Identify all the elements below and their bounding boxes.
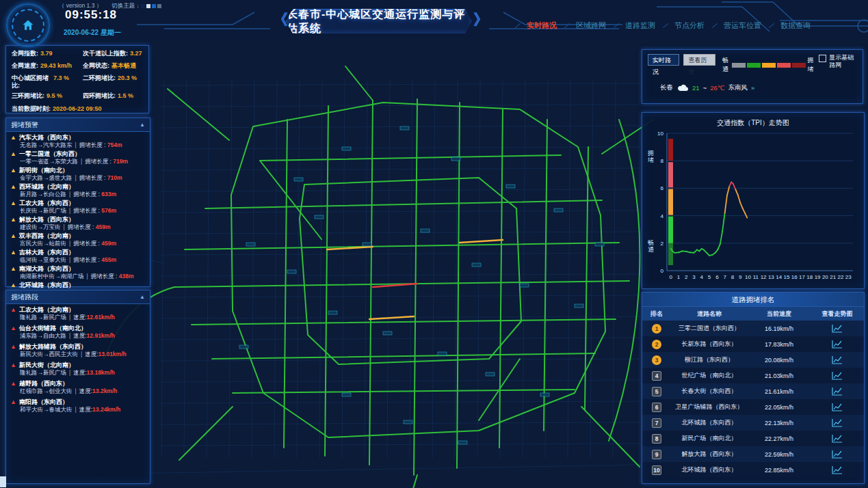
rank-badge: 2: [652, 340, 661, 349]
nav-label: 道路监测: [625, 21, 655, 31]
svg-text:17: 17: [799, 274, 805, 280]
warning-list-item[interactable]: ▲西环城路（北向南） 新月路→长白公路|拥堵长度 : 633m: [10, 183, 146, 198]
view-trend-link[interactable]: [811, 434, 864, 443]
warning-list-item[interactable]: ▲北环城路（东向西） 北人民大街→北凯旋路|拥堵长度 : 436m: [10, 282, 146, 288]
svg-text:3: 3: [692, 274, 696, 280]
speed-label: 速度:: [73, 314, 86, 321]
panel-title: 拥堵预警: [11, 118, 38, 131]
line-chart-icon: [832, 371, 843, 380]
congested-list-item[interactable]: ▲越野路（西向东） 红领巾路→创业大街|速度:13.2km/h: [10, 380, 146, 394]
congested-list-item[interactable]: ▲南阳路（东向西） 和平大街→春城大街|速度:13.24km/h: [10, 398, 146, 413]
length-label: 拥堵长度 :: [73, 207, 100, 214]
separator: |: [69, 369, 70, 376]
weather-more-arrow[interactable]: »: [751, 84, 754, 92]
nav-item-5[interactable]: 营运车位置: [711, 21, 761, 31]
home-logo[interactable]: [6, 3, 50, 47]
separator: |: [69, 191, 70, 198]
col-trend: 查看走势图: [811, 310, 864, 318]
stat-value: 3.79: [40, 50, 53, 57]
road-status-panel: 实时路况 查看历史 畅通 拥堵 显示基础路网 长春 21 ~ 26℃ 东南风 »: [642, 49, 863, 104]
svg-text:畅通: 畅通: [648, 239, 654, 253]
view-trend-link[interactable]: [811, 355, 864, 364]
congested-road: 新民大街（北向南）: [19, 362, 75, 369]
warning-list-item[interactable]: ▲解放大路（西向东） 建设街→万宝街|拥堵长度 : 459m: [10, 216, 146, 230]
congested-section: 新民大街→西民主大街: [20, 351, 78, 357]
rank-road: 北环城路（东向西）: [671, 418, 748, 427]
view-trend-link[interactable]: [811, 371, 864, 380]
view-trend-link[interactable]: [811, 340, 864, 349]
rank-badge: 8: [652, 434, 661, 444]
history-button[interactable]: 查看历史: [683, 54, 715, 66]
view-trend-link[interactable]: [811, 387, 864, 396]
collapse-icon[interactable]: ▲: [140, 290, 145, 303]
svg-text:6: 6: [661, 185, 664, 191]
length-value: 438m: [119, 273, 134, 280]
rank-speed: 20.08km/h: [748, 357, 811, 364]
temp-high: 26℃: [710, 84, 724, 92]
clock: 09:55:18: [65, 8, 117, 22]
nav-item-1[interactable]: 实时路况: [514, 21, 557, 31]
svg-text:9: 9: [739, 274, 742, 280]
theme-swatch-icons[interactable]: [141, 4, 161, 8]
warning-list-item[interactable]: ▲新明街（南向北） 金宇大路→盛世大路|拥堵长度 : 710m: [10, 167, 146, 181]
warning-list-item[interactable]: ▲南湖大路（东向西） 南湖新村中街→南湖广场|拥堵长度 : 438m: [10, 265, 146, 280]
checkbox-icon[interactable]: [819, 55, 826, 62]
view-trend-link[interactable]: [811, 450, 864, 459]
congested-list-item[interactable]: ▲仙台大街辅路（南向北） 浦东路→自由大路|速度:12.91km/h: [10, 325, 146, 339]
rank-road: 三零二国道（东向西）: [671, 324, 748, 333]
length-value: 719m: [113, 158, 128, 165]
view-trend-link[interactable]: [811, 403, 864, 411]
data-time-label: 当前数据时刻:: [12, 105, 51, 112]
rank-badge: 6: [652, 403, 661, 412]
warning-list-item[interactable]: ▲汽车大路（西向东） 无名路→汽车大路东|拥堵长度 : 754m: [10, 134, 146, 148]
theme-switcher[interactable]: 切换主题：: [111, 2, 161, 10]
length-label: 拥堵长度 :: [79, 141, 106, 148]
warning-section: 临河街→亚泰大街: [20, 256, 66, 263]
stat-label: 全网速度:: [12, 62, 38, 70]
collapse-icon[interactable]: ▲: [140, 118, 145, 131]
view-trend-link[interactable]: [811, 418, 864, 427]
warning-section: 无名路→汽车大路东: [20, 141, 73, 148]
speed-value: 13.01km/h: [98, 351, 127, 357]
realtime-button[interactable]: 实时路况: [648, 54, 679, 66]
ranking-row: 6 卫星广场辅路（西向东） 22.05km/h: [642, 399, 864, 415]
weather-row: 长春 21 ~ 26℃ 东南风 »: [660, 83, 857, 92]
congestion-warning-panel: 拥堵预警 ▲ ▲汽车大路（西向东） 无名路→汽车大路东|拥堵长度 : 754m …: [5, 118, 150, 287]
length-label: 拥堵长度 :: [73, 240, 100, 247]
congested-list-item[interactable]: ▲新民大街（北向南） 隆礼路→新民广场|速度:13.18km/h: [10, 362, 146, 376]
congested-list-item[interactable]: ▲解放大路辅路（东向西） 新民大街→西民主大街|速度:13.01km/h: [10, 343, 146, 357]
warning-icon: ▲: [10, 184, 16, 190]
rank-badge: 5: [652, 387, 661, 396]
separator: |: [69, 314, 70, 321]
view-trend-link[interactable]: [811, 324, 864, 333]
nav-item-4[interactable]: 节点分析: [662, 21, 705, 31]
nav-item-2[interactable]: 区域路网: [564, 21, 606, 31]
congested-list-item[interactable]: ▲工农大路（北向南） 隆礼路→新民广场|速度:12.61km/h: [10, 306, 146, 321]
rank-speed: 21.61km/h: [748, 388, 811, 395]
rank-badge: 7: [652, 418, 661, 428]
svg-text:10: 10: [657, 131, 663, 137]
nav-item-3[interactable]: 道路监测: [613, 21, 655, 31]
svg-text:5: 5: [708, 274, 711, 280]
length-label: 拥堵长度 :: [68, 223, 94, 230]
rank-road: 北环城路（西向东）: [671, 465, 748, 474]
banner-right-chevron: 》: [473, 11, 488, 29]
warning-road: 吉林大路（东向西）: [19, 249, 75, 256]
length-label: 拥堵长度 :: [73, 191, 100, 198]
view-trend-link[interactable]: [811, 465, 864, 474]
ranking-row: 2 长新东路（西向东） 17.83km/h: [642, 336, 864, 352]
warning-list-item[interactable]: ▲吉林大路（东向西） 临河街→亚泰大街|拥堵长度 : 455m: [10, 249, 146, 263]
basemap-toggle[interactable]: 显示基础路网: [819, 54, 857, 69]
nav-item-6[interactable]: 数据查询: [768, 21, 811, 31]
warning-list-item[interactable]: ▲双丰西路（北向南） 富民大街→站前街|拥堵长度 : 459m: [10, 232, 146, 247]
rank-speed: 17.83km/h: [748, 341, 811, 348]
warning-section: 金宇大路→盛世大路: [20, 174, 73, 181]
warning-list-item[interactable]: ▲工农大路（东向西） 长庆街→新民广场|拥堵长度 : 576m: [10, 200, 146, 214]
speed-value: 13.24km/h: [92, 406, 120, 413]
warning-list-item[interactable]: ▲一零二国道（东向西） 一零一省道→东荣大路|拥堵长度 : 719m: [10, 150, 146, 165]
title-banner: 长春市-中心城区交通运行监测与评估系统: [286, 9, 473, 35]
rank-badge: 3: [652, 355, 661, 365]
stat-label: 四环拥堵比:: [83, 92, 116, 100]
nav-label: 营运车位置: [724, 21, 761, 31]
nav-label: 实时路况: [527, 21, 557, 31]
